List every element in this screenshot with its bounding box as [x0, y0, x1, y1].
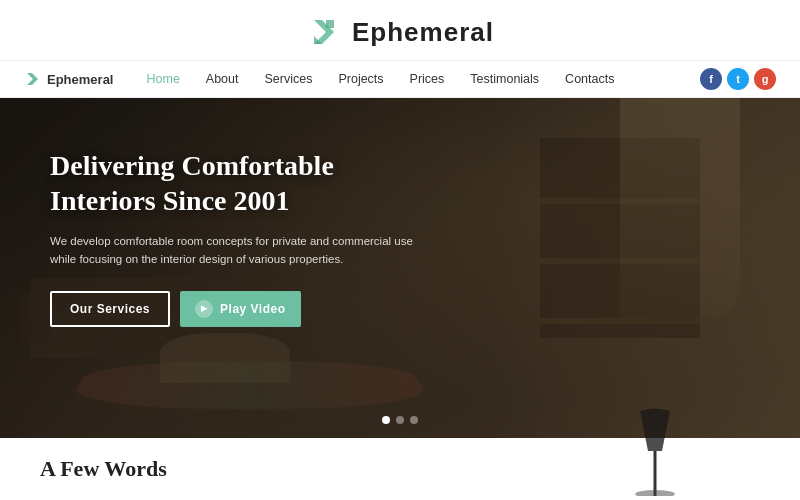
dot-3[interactable]: [410, 416, 418, 424]
hero-section: Delivering Comfortable Interiors Since 2…: [0, 98, 800, 438]
nav-links: Home About Services Projects Prices Test…: [133, 60, 700, 98]
below-section: A Few Words: [0, 438, 800, 500]
nav-link-about[interactable]: About: [193, 60, 252, 98]
nav-brand-text: Ephemeral: [47, 72, 113, 87]
nav-item-projects[interactable]: Projects: [325, 60, 396, 98]
nav-item-about[interactable]: About: [193, 60, 252, 98]
play-video-label: Play Video: [220, 302, 285, 316]
logo-text: Ephemeral: [352, 17, 494, 48]
nav-link-home[interactable]: Home: [133, 60, 192, 98]
hero-subtext: We develop comfortable room concepts for…: [50, 232, 430, 269]
hero-buttons: Our Services ▶ Play Video: [50, 291, 430, 327]
nav-item-contacts[interactable]: Contacts: [552, 60, 627, 98]
nav-social: f t g: [700, 68, 776, 90]
hero-heading: Delivering Comfortable Interiors Since 2…: [50, 148, 430, 218]
hero-dots: [382, 416, 418, 424]
social-facebook-button[interactable]: f: [700, 68, 722, 90]
top-header: Ephemeral: [0, 0, 800, 60]
svg-point-1: [635, 490, 675, 496]
nav-brand[interactable]: Ephemeral: [24, 70, 113, 88]
nav-link-projects[interactable]: Projects: [325, 60, 396, 98]
navbar: Ephemeral Home About Services Projects P…: [0, 60, 800, 98]
hero-content: Delivering Comfortable Interiors Since 2…: [50, 148, 430, 327]
social-twitter-button[interactable]: t: [727, 68, 749, 90]
nav-link-prices[interactable]: Prices: [397, 60, 458, 98]
our-services-button[interactable]: Our Services: [50, 291, 170, 327]
nav-item-prices[interactable]: Prices: [397, 60, 458, 98]
nav-item-testimonials[interactable]: Testimonials: [457, 60, 552, 98]
dot-1[interactable]: [382, 416, 390, 424]
below-heading: A Few Words: [40, 456, 167, 482]
nav-item-services[interactable]: Services: [252, 60, 326, 98]
nav-link-testimonials[interactable]: Testimonials: [457, 60, 552, 98]
nav-link-services[interactable]: Services: [252, 60, 326, 98]
play-video-button[interactable]: ▶ Play Video: [180, 291, 300, 327]
nav-link-contacts[interactable]: Contacts: [552, 60, 627, 98]
social-googleplus-button[interactable]: g: [754, 68, 776, 90]
dot-2[interactable]: [396, 416, 404, 424]
logo-icon: [306, 14, 342, 50]
nav-item-home[interactable]: Home: [133, 60, 192, 98]
play-icon: ▶: [195, 300, 213, 318]
lamp-decor: [620, 438, 690, 500]
